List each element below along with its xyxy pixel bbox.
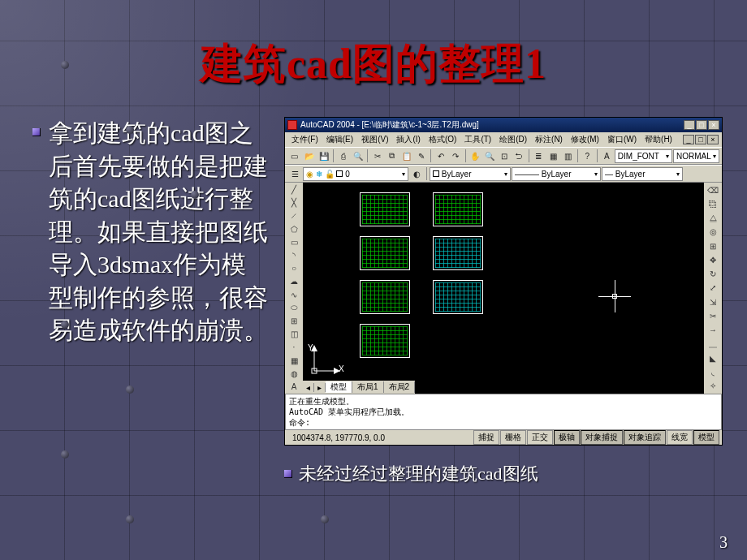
paste-icon[interactable]: 📋 [399,149,413,163]
pan-icon[interactable]: ✋ [468,149,481,163]
textstyle-dropdown[interactable]: DIM_FONT▾ [615,149,672,163]
status-otrack[interactable]: 对象追踪 [624,430,666,445]
help-icon[interactable]: ? [581,149,594,163]
textstyle-icon[interactable]: A [600,149,614,163]
print-icon[interactable]: ⎙ [336,149,350,163]
layer-dropdown[interactable]: ◉ ❄ 🔓 0▾ [303,167,408,181]
status-model[interactable]: 模型 [693,430,719,445]
block-icon[interactable]: ◫ [286,328,302,340]
spline-icon[interactable]: ∿ [286,289,302,301]
command-window[interactable]: 正在重生成模型。 AutoCAD 菜单实用程序已加载。 命令: [285,394,722,430]
pline-icon[interactable]: ⟋ [286,209,302,222]
menu-tools[interactable]: 工具(T) [461,134,494,145]
ellipse-icon[interactable]: ⬭ [286,302,302,314]
zoom-window-icon[interactable]: ⊡ [498,149,512,163]
undo-icon[interactable]: ↶ [434,149,447,163]
status-ortho[interactable]: 正交 [527,430,553,445]
copy-obj-icon[interactable]: ⿻ [705,197,721,210]
text-icon[interactable]: A [286,381,302,393]
redo-icon[interactable]: ↷ [448,149,462,163]
properties-icon[interactable]: ≣ [532,149,546,163]
menu-file[interactable]: 文件(F) [288,134,322,145]
close-button[interactable]: × [708,120,719,130]
doc-minimize-button[interactable]: _ [683,135,694,144]
modify-toolbar: ⌫ ⿻ ⧋ ◎ ⊞ ✥ ↻ ⤢ ⇲ ✂ → ⸏ ◣ ◟ ✧ [704,183,722,394]
cut-icon[interactable]: ✂ [370,149,384,163]
tab-model[interactable]: 模型 [326,381,352,393]
minimize-button[interactable]: _ [684,120,695,130]
status-polar[interactable]: 极轴 [554,430,580,445]
drawing-thumb [360,236,410,270]
new-icon[interactable]: ▭ [287,149,301,163]
save-icon[interactable]: 💾 [317,149,330,163]
standard-toolbar: ▭ 📂 💾 ⎙ 🔍 ✂ ⧉ 📋 ✎ ↶ ↷ ✋ 🔍 ⊡ ⮌ [285,147,722,165]
status-bar: 1004374.8, 197770.9, 0.0 捕捉 栅格 正交 极轴 对象捕… [285,430,722,445]
menu-insert[interactable]: 插入(I) [393,134,423,145]
copy-icon[interactable]: ⧉ [385,149,399,163]
insert-icon[interactable]: ⊞ [286,315,302,327]
matchprop-icon[interactable]: ✎ [414,149,428,163]
tool-palette-icon[interactable]: ▥ [561,149,575,163]
polygon-icon[interactable]: ⬠ [286,223,302,235]
menu-modify[interactable]: 修改(M) [568,134,602,145]
status-snap[interactable]: 捕捉 [473,430,499,445]
trim-icon[interactable]: ✂ [705,309,721,322]
mirror-icon[interactable]: ⧋ [705,212,721,225]
design-center-icon[interactable]: ▦ [546,149,560,163]
open-icon[interactable]: 📂 [302,149,316,163]
fillet-icon[interactable]: ◟ [705,365,721,378]
drawing-canvas[interactable]: Y X ◂▸ 模型 布局1 布局2 [303,183,704,394]
status-grid found[interactable]: 栅格 [500,430,526,445]
menu-dimension[interactable]: 标注(N) [532,134,566,145]
rectangle-icon[interactable]: ▭ [286,236,302,248]
chamfer-icon[interactable]: ◣ [705,351,721,364]
array-icon[interactable]: ⊞ [705,239,721,252]
rotate-icon[interactable]: ↻ [705,268,721,281]
lineweight-dropdown[interactable]: — ByLayer▾ [602,167,683,181]
explode-icon[interactable]: ✧ [705,380,721,393]
layer-manager-icon[interactable]: ☰ [287,166,302,181]
crosshair-cursor [598,280,631,312]
offset-icon[interactable]: ◎ [705,226,721,239]
bullet-icon [284,470,292,478]
move-icon[interactable]: ✥ [705,253,721,266]
xline-icon[interactable]: ╳ [286,196,302,209]
page-number: 3 [719,533,728,552]
zoom-prev-icon[interactable]: ⮌ [512,149,526,163]
menu-format[interactable]: 格式(O) [425,134,460,145]
layer-toolbar: ☰ ◉ ❄ 🔓 0▾ ◐ ByLayer▾ ——— ByLayer▾ — ByL… [285,165,722,183]
menu-window[interactable]: 窗口(W) [604,134,640,145]
layer-previous-icon[interactable]: ◐ [409,166,424,181]
scale-icon[interactable]: ⤢ [705,282,721,295]
zoom-realtime-icon[interactable]: 🔍 [483,149,497,163]
dimstyle-dropdown[interactable]: NORMAL▾ [673,149,719,163]
revcloud-icon[interactable]: ☁ [286,275,302,287]
menu-view[interactable]: 视图(V) [358,134,391,145]
color-dropdown[interactable]: ByLayer▾ [430,167,511,181]
line-icon[interactable]: ╱ [286,183,302,196]
menu-draw[interactable]: 绘图(D) [496,134,530,145]
app-icon [287,120,297,130]
extend-icon[interactable]: → [705,324,721,337]
preview-icon[interactable]: 🔍 [351,149,365,163]
maximize-button[interactable]: □ [696,120,707,130]
hatch-icon[interactable]: ▦ [286,354,302,366]
status-lwt[interactable]: 线宽 [667,430,693,445]
arc-icon[interactable]: ◝ [286,249,302,261]
point-icon[interactable]: · [286,341,302,353]
region-icon[interactable]: ◍ [286,368,302,380]
status-osnap[interactable]: 对象捕捉 [581,430,623,445]
stretch-icon[interactable]: ⇲ [705,295,721,308]
menu-edit[interactable]: 编辑(E) [323,134,356,145]
tab-layout2[interactable]: 布局2 [384,381,416,393]
erase-icon[interactable]: ⌫ [705,183,721,196]
linetype-dropdown[interactable]: ——— ByLayer▾ [512,167,601,181]
menu-help[interactable]: 帮助(H) [641,134,676,145]
ucs-icon: Y X [308,345,340,377]
doc-restore-button[interactable]: □ [695,135,706,144]
circle-icon[interactable]: ○ [286,262,302,274]
tab-layout1[interactable]: 布局1 [352,381,384,393]
break-icon[interactable]: ⸏ [705,338,721,351]
window-title: AutoCAD 2004 - [E:\临时\建筑\c-1~3层.T2用.dwg] [300,119,479,131]
doc-close-button[interactable]: × [707,135,719,144]
